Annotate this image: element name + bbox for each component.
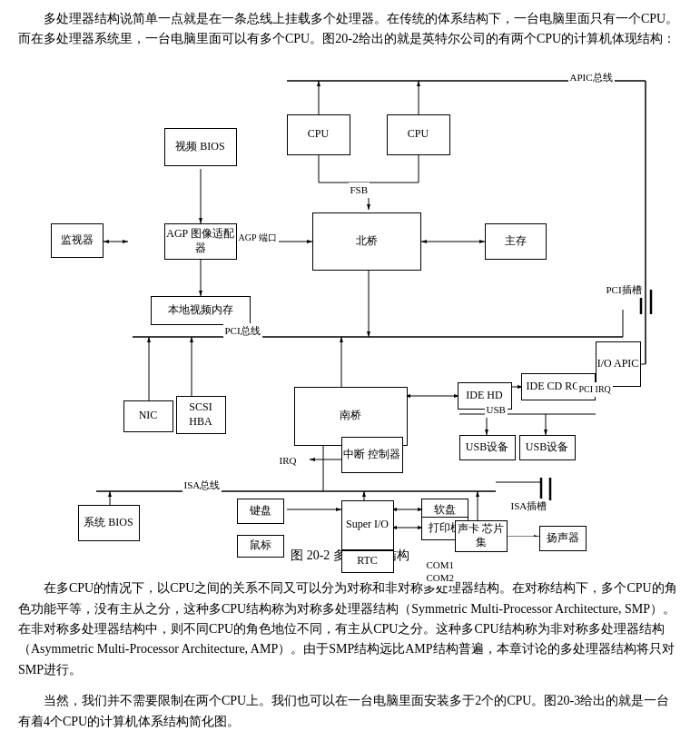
cpu1-box: CPU <box>287 114 350 155</box>
mouse-box: 鼠标 <box>237 535 284 558</box>
monitor-box: 监视器 <box>51 223 104 258</box>
agp-port-label: AGP 端口 <box>237 231 279 245</box>
isa-bus-label: ISA总线 <box>182 478 222 494</box>
isa-slot-label: ISA插槽 <box>509 499 549 515</box>
diagram-container: APIC总线 CPU CPU FSB 视频 BIOS 监视器 AGP 图像适配器… <box>18 64 682 537</box>
memory-box: 主存 <box>485 223 547 260</box>
apic-bus-label: APIC总线 <box>568 70 615 86</box>
usb-label: USB <box>485 402 508 419</box>
fsb-label: FSB <box>349 183 370 199</box>
keyboard-box: 键盘 <box>237 499 284 524</box>
rtc-box: RTC <box>341 550 394 573</box>
usb2-box: USB设备 <box>519 435 576 460</box>
body-paragraph-2: 当然，我们并不需要限制在两个CPU上。我们也可以在一台电脑里面安装多于2个的CP… <box>18 691 682 731</box>
pci-irq-label: PCI IRQ <box>577 382 613 397</box>
north-bridge-box: 北桥 <box>312 212 421 271</box>
sys-bios-box: 系统 BIOS <box>78 505 140 541</box>
agp-adapter-box: AGP 图像适配器 <box>164 223 237 260</box>
sound-box: 声卡 芯片集 <box>455 520 508 552</box>
pci-slot-label: PCI插槽 <box>605 282 644 299</box>
super-io-box: Super I/O <box>341 500 394 550</box>
scsi-box: SCSI HBA <box>176 396 226 434</box>
body-paragraph-1: 在多CPU的情况下，以CPU之间的关系不同又可以分为对称和非对称多处理器结构。在… <box>18 578 682 680</box>
cpu2-box: CPU <box>387 114 450 155</box>
com2-label: COM2 <box>425 570 457 587</box>
intro-paragraph: 多处理器结构说简单一点就是在一条总线上挂载多个处理器。在传统的体系结构下，一台电… <box>18 9 682 50</box>
speaker-box: 扬声器 <box>539 526 587 551</box>
video-bios-box: 视频 BIOS <box>164 128 237 166</box>
nic-box: NIC <box>123 400 173 432</box>
usb1-box: USB设备 <box>459 435 516 460</box>
interrupt-box: 中断 控制器 <box>341 437 403 473</box>
pci-bus-label: PCI总线 <box>223 323 262 340</box>
irq-label: IRQ <box>278 453 299 469</box>
architecture-diagram: APIC总线 CPU CPU FSB 视频 BIOS 监视器 AGP 图像适配器… <box>42 64 659 537</box>
io-apic-box: I/O APIC <box>596 341 641 387</box>
local-video-box: 本地视频内存 <box>151 296 251 325</box>
